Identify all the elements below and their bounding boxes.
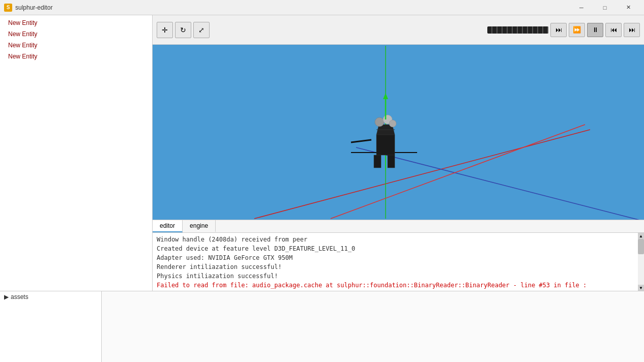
skip-back-button[interactable]: ⏭ (624, 23, 640, 37)
timeline-progress[interactable] (487, 26, 548, 34)
title-bar: S sulphur-editor ─ □ ✕ (0, 0, 644, 15)
main-content: New EntityNew EntityNew EntityNew Entity… (0, 15, 644, 291)
toolbar: ✛ ↻ ⤢ ⏭ ⏩ ⏸ (153, 15, 644, 45)
console-scrollbar[interactable]: ▲ ▼ (638, 233, 644, 291)
entity-item[interactable]: New Entity (0, 17, 152, 28)
scrollbar-up-arrow[interactable]: ▲ (638, 233, 644, 239)
crosshair-icon: ✛ (162, 26, 168, 34)
expand-icon: ⤢ (198, 26, 204, 34)
console-area: editorengine Window handle (2408da) rece… (153, 220, 644, 291)
minimize-button[interactable]: ─ (570, 0, 593, 15)
right-panel: ✛ ↻ ⤢ ⏭ ⏩ ⏸ (153, 15, 644, 291)
svg-line-0 (254, 130, 590, 219)
assets-header[interactable]: ▶ assets (4, 293, 97, 300)
svg-point-12 (389, 120, 396, 127)
console-line: Window handle (2408da) received from pee… (157, 235, 640, 244)
step-forward-button[interactable]: ⏩ (569, 23, 585, 37)
console-tab-editor[interactable]: editor (153, 220, 183, 232)
bottom-panel: ▶ assets (0, 291, 644, 362)
refresh-icon: ↻ (180, 26, 186, 34)
maximize-button[interactable]: □ (593, 0, 617, 15)
transport-controls: ⏭ ⏩ ⏸ ⏮ ⏭ (487, 23, 640, 37)
console-content[interactable]: Window handle (2408da) received from pee… (153, 233, 644, 291)
assets-label: assets (11, 293, 28, 300)
svg-line-3 (331, 125, 585, 219)
step-forward-icon: ⏩ (573, 26, 581, 34)
move-tool-button[interactable]: ✛ (157, 22, 173, 38)
step-back-icon: ⏮ (610, 26, 617, 34)
assets-content (102, 291, 644, 362)
console-line: Physics intiliazation successful! (157, 272, 640, 281)
svg-point-10 (375, 117, 384, 127)
scrollbar-thumb[interactable] (638, 239, 644, 254)
console-tab-engine[interactable]: engine (183, 220, 216, 232)
svg-line-1 (356, 147, 644, 220)
console-line: Failed to read from file: audio_package.… (157, 281, 640, 290)
console-line: Created device at feature level D3D_FEAT… (157, 244, 640, 253)
svg-marker-15 (383, 93, 388, 99)
left-panel: New EntityNew EntityNew EntityNew Entity (0, 15, 153, 291)
window-controls: ─ □ ✕ (570, 0, 640, 15)
progress-bar-fill (487, 26, 548, 34)
pause-icon: ⏸ (592, 26, 599, 34)
skip-back-icon: ⏭ (629, 26, 635, 34)
viewport[interactable] (153, 45, 644, 220)
entity-item[interactable]: New Entity (0, 40, 152, 51)
assets-panel: ▶ assets (0, 291, 102, 362)
skip-forward-button[interactable]: ⏭ (550, 23, 567, 37)
expand-button[interactable]: ⤢ (193, 22, 210, 38)
app-icon: S (4, 4, 12, 12)
entity-list: New EntityNew EntityNew EntityNew Entity (0, 15, 152, 291)
pause-button[interactable]: ⏸ (587, 23, 603, 37)
assets-collapse-icon: ▶ (4, 293, 9, 300)
entity-item[interactable]: New Entity (0, 51, 152, 62)
scrollbar-down-arrow[interactable]: ▼ (638, 285, 644, 291)
svg-rect-9 (388, 155, 395, 168)
svg-rect-8 (374, 155, 381, 168)
refresh-button[interactable]: ↻ (175, 22, 191, 38)
svg-line-13 (351, 140, 371, 142)
console-line: Renderer intiliazation successful! (157, 262, 640, 272)
app-title: sulphur-editor (15, 4, 570, 11)
skip-forward-icon: ⏭ (555, 26, 562, 34)
close-button[interactable]: ✕ (617, 0, 640, 15)
svg-marker-6 (376, 135, 395, 155)
scene-svg (153, 45, 644, 220)
console-line: Adapter used: NVIDIA GeForce GTX 950M (157, 253, 640, 262)
console-tabs: editorengine (153, 220, 644, 233)
step-back-button[interactable]: ⏮ (605, 23, 622, 37)
entity-item[interactable]: New Entity (0, 28, 152, 40)
